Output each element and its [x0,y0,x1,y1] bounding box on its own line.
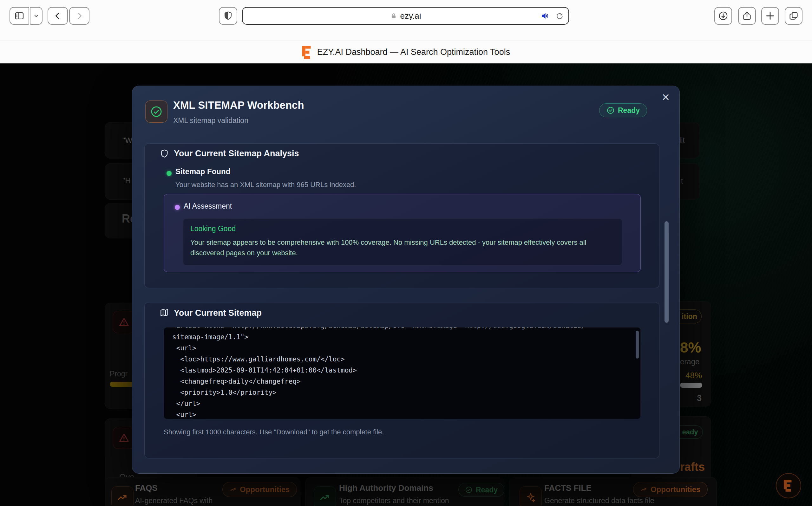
tab-overview-button[interactable] [785,7,803,25]
map-icon [159,308,169,318]
code-line: sitemap-image/1.1"> [172,332,632,343]
current-sitemap-panel: Your Current Sitemap <urlset xmlns="http… [144,302,659,458]
chevron-right-icon [75,11,84,21]
shield-icon [159,148,169,160]
code-line: <url> [172,409,632,419]
plus-icon [765,10,776,21]
ai-verdict: Looking Good [190,225,236,233]
code-line: <changefreq>daily</changefreq> [172,376,632,387]
ai-assessment-label: AI Assessment [184,202,232,210]
code-line: <loc>https://www.galliardhomes.com/</loc… [172,354,632,365]
sidebar-icon [14,10,25,21]
section-heading: Your Current Sitemap Analysis [174,149,299,159]
downloads-button[interactable] [714,7,732,25]
code-line: <urlset xmlns="http://www.sitemaps.org/s… [172,327,632,332]
check-circle-icon [145,100,167,123]
browser-chrome: ezy.ai [0,0,812,63]
sitemap-code-viewer[interactable]: <urlset xmlns="http://www.sitemaps.org/s… [164,327,641,419]
tab-title: EZY.AI Dashboard — AI Search Optimizatio… [317,47,510,57]
tab-title-bar[interactable]: EZY.AI Dashboard — AI Search Optimizatio… [0,40,812,63]
audio-playing-icon[interactable] [541,11,550,21]
lock-icon [390,12,397,19]
xml-sitemap-workbench-modal: ✕ XML SITEMAP Workbench XML sitemap vali… [132,86,680,474]
chevron-down-icon [33,13,39,19]
ezy-logo-icon [302,46,313,59]
section-heading: Your Current Sitemap [174,308,262,318]
close-icon[interactable]: ✕ [659,90,673,104]
status-dot-purple [175,205,180,210]
status-dot-green [167,171,172,176]
shield-icon [223,11,233,21]
screen: "Where to find buy-to-let investment pro… [0,0,812,506]
sitemap-caption: Showing first 1000 characters. Use "Down… [164,428,384,436]
code-line: </url> [172,398,632,409]
reload-icon[interactable] [555,11,564,20]
tabs-icon [789,11,799,21]
modal-scrollbar-thumb[interactable] [664,221,669,323]
ai-verdict-detail: Your sitemap appears to be comprehensive… [190,237,612,258]
code-line: <priority>1.0</priority> [172,387,632,398]
chevron-left-icon [53,11,63,21]
browser-toolbar: ezy.ai [0,0,812,40]
sitemap-found-title: Sitemap Found [175,167,230,176]
status-badge-ready: Ready [599,103,647,117]
sidebar-dropdown-button[interactable] [30,7,43,25]
forward-button[interactable] [69,7,89,25]
modal-title: XML SITEMAP Workbench [173,99,304,111]
sitemap-analysis-panel: Your Current Sitemap Analysis Sitemap Fo… [144,143,659,288]
modal-subtitle: XML sitemap validation [173,116,248,125]
sidebar-toggle-button[interactable] [9,7,29,25]
check-circle-icon [606,106,615,114]
sitemap-found-desc: Your website has an XML sitemap with 965… [175,181,356,189]
new-tab-button[interactable] [761,7,779,25]
ai-assessment-box: AI Assessment Looking Good Your sitemap … [164,194,641,272]
ai-assessment-result: Looking Good Your sitemap appears to be … [183,219,622,265]
download-circle-icon [718,10,729,21]
share-button[interactable] [738,7,756,25]
code-scrollbar-thumb[interactable] [636,331,639,358]
privacy-shield-button[interactable] [219,7,237,25]
share-icon [742,11,752,21]
code-line: <lastmod>2025-09-01T14:42:04+01:00</last… [172,365,632,376]
address-bar[interactable]: ezy.ai [242,7,569,25]
code-line: <url> [172,343,632,354]
url-text: ezy.ai [400,11,421,21]
back-button[interactable] [48,7,68,25]
